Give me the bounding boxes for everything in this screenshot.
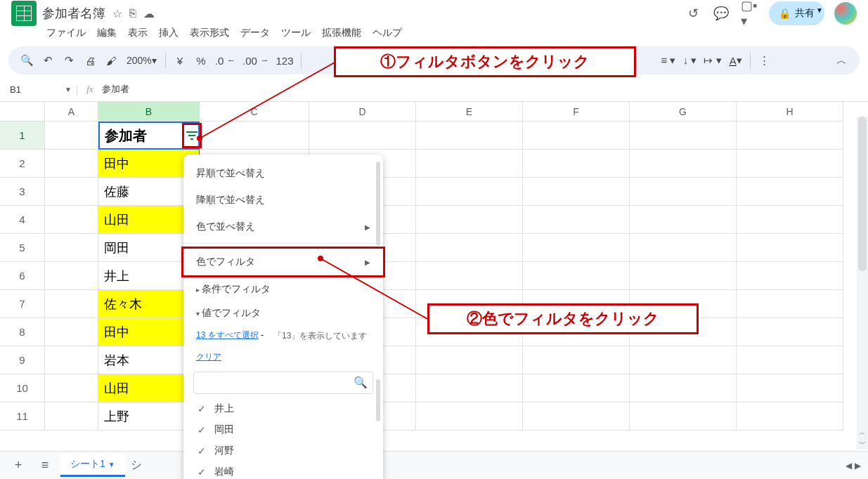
cell[interactable] <box>45 402 98 431</box>
avatar[interactable] <box>834 2 857 25</box>
menu-tools[interactable]: ツール <box>277 24 315 42</box>
cell[interactable] <box>523 178 630 206</box>
cell[interactable] <box>523 374 630 402</box>
cell[interactable] <box>737 374 843 402</box>
collapse-toolbar-icon[interactable]: ︿ <box>831 51 851 70</box>
filter-value-item[interactable]: 井上 <box>183 398 383 419</box>
row-header[interactable]: 1 <box>0 122 45 150</box>
redo-icon[interactable]: ↷ <box>59 51 79 70</box>
cell[interactable] <box>309 122 416 150</box>
row-header[interactable]: 10 <box>0 374 45 402</box>
more-icon[interactable]: ⋮ <box>755 51 775 70</box>
cell[interactable] <box>737 346 843 374</box>
row-header[interactable]: 9 <box>0 346 45 374</box>
cell[interactable] <box>416 122 523 150</box>
menu-edit[interactable]: 編集 <box>93 24 121 42</box>
sort-by-color[interactable]: 色で並べ替え ▶ <box>183 214 383 240</box>
cell[interactable] <box>630 346 737 374</box>
cell[interactable] <box>630 374 737 402</box>
col-header-B[interactable]: B <box>98 102 200 122</box>
name-box[interactable]: B1 <box>10 81 60 97</box>
menu-file[interactable]: ファイル <box>42 24 90 42</box>
cell[interactable] <box>416 178 523 206</box>
cell[interactable] <box>523 150 630 178</box>
cell[interactable] <box>737 178 843 206</box>
col-header-E[interactable]: E <box>416 102 523 122</box>
cell[interactable] <box>45 122 98 150</box>
percent-icon[interactable]: % <box>191 51 211 70</box>
cell[interactable] <box>416 346 523 374</box>
dec-increase-icon[interactable]: .00 → <box>240 51 272 70</box>
all-sheets-button[interactable]: ≡ <box>34 454 56 477</box>
filter-value-item[interactable]: 岩崎 <box>183 461 383 479</box>
comment-icon[interactable]: 💬 <box>713 5 730 22</box>
filter-button[interactable] <box>182 123 202 148</box>
filter-value-item[interactable]: 河野 <box>183 440 383 461</box>
paint-format-icon[interactable]: 🖌 <box>101 51 121 70</box>
select-all-link[interactable]: 13 をすべて選択 <box>196 330 259 340</box>
formula-value[interactable]: 参加者 <box>102 83 129 96</box>
filter-by-condition[interactable]: 条件でフィルタ <box>183 277 383 301</box>
add-sheet-button[interactable]: + <box>7 454 30 477</box>
row-header[interactable]: 7 <box>0 290 45 318</box>
hscroll-right-icon[interactable]: ▶ <box>855 461 861 471</box>
cell[interactable] <box>737 206 843 234</box>
filter-by-values[interactable]: 値でフィルタ <box>183 301 383 325</box>
menu-insert[interactable]: 挿入 <box>155 24 183 42</box>
sheet-tab-next[interactable]: シ <box>129 458 143 473</box>
undo-icon[interactable]: ↶ <box>38 51 58 70</box>
search-icon[interactable]: 🔍 <box>17 51 37 70</box>
filter-search-input[interactable] <box>193 372 373 394</box>
cell[interactable] <box>630 206 737 234</box>
row-header[interactable]: 5 <box>0 234 45 262</box>
cell[interactable] <box>45 374 98 402</box>
cell[interactable] <box>45 290 98 318</box>
doc-title[interactable]: 参加者名簿 <box>42 5 105 22</box>
cell[interactable] <box>523 346 630 374</box>
align-icon[interactable]: ↓ ▾ <box>680 51 699 70</box>
cell[interactable] <box>523 262 630 290</box>
zoom-select[interactable]: 200% ▾ <box>122 51 161 70</box>
star-icon[interactable]: ☆ <box>112 7 122 20</box>
cell[interactable] <box>523 206 630 234</box>
cell[interactable] <box>200 122 309 150</box>
meet-icon[interactable]: ▢▪ ▾ <box>741 5 758 22</box>
cell[interactable] <box>737 402 843 431</box>
cell[interactable] <box>737 150 843 178</box>
namebox-dropdown-icon[interactable]: ▼ <box>65 86 72 93</box>
cell[interactable] <box>416 206 523 234</box>
menu-view[interactable]: 表示 <box>124 24 152 42</box>
cell[interactable] <box>630 402 737 431</box>
sheet-tab-1[interactable]: シート1 ▼ <box>60 454 125 477</box>
cell[interactable] <box>416 150 523 178</box>
filter-value-item[interactable]: 岡田 <box>183 419 383 440</box>
vertical-scrollbar[interactable]: ︿ ﹀ <box>857 117 868 450</box>
valign-icon[interactable]: ≡ ▾ <box>659 51 679 70</box>
cell[interactable] <box>737 122 843 150</box>
cell[interactable] <box>737 318 843 346</box>
menu-help[interactable]: ヘルプ <box>368 24 406 42</box>
history-icon[interactable]: ↺ <box>685 5 701 22</box>
col-header-G[interactable]: G <box>630 102 737 122</box>
dec-decrease-icon[interactable]: .0 ← <box>212 51 238 70</box>
cell[interactable] <box>630 178 737 206</box>
more-formats-icon[interactable]: 123 <box>273 51 297 70</box>
col-header-H[interactable]: H <box>737 102 843 122</box>
row-header[interactable]: 8 <box>0 318 45 346</box>
cell[interactable] <box>630 122 737 150</box>
sheet-tab-dropdown-icon[interactable]: ▼ <box>108 461 115 468</box>
cell[interactable] <box>45 318 98 346</box>
cell[interactable] <box>45 346 98 374</box>
cell[interactable] <box>416 374 523 402</box>
cell[interactable] <box>630 262 737 290</box>
menu-extensions[interactable]: 拡張機能 <box>318 24 365 42</box>
cloud-icon[interactable]: ☁ <box>143 7 155 20</box>
cell[interactable] <box>45 262 98 290</box>
hscroll-left-icon[interactable]: ◀ <box>846 461 852 471</box>
row-header[interactable]: 11 <box>0 402 45 431</box>
col-header-C[interactable]: C <box>200 102 309 122</box>
cell[interactable] <box>45 150 98 178</box>
cell[interactable] <box>523 122 630 150</box>
row-header[interactable]: 3 <box>0 178 45 206</box>
cell[interactable] <box>737 290 843 318</box>
